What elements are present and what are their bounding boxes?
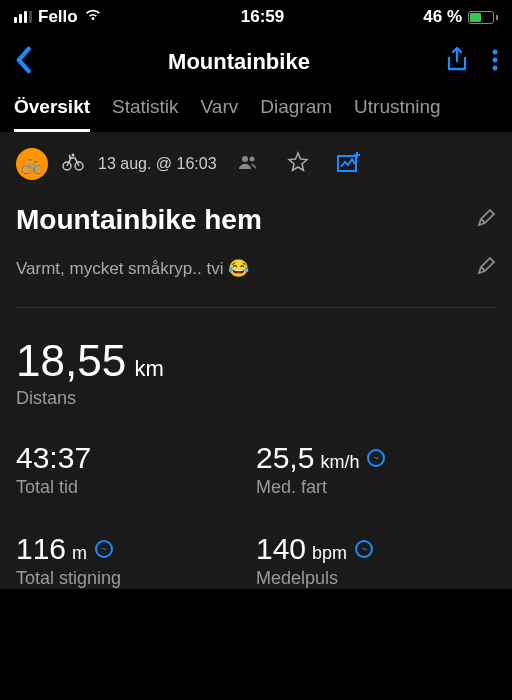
distance-stat: 18,55 km Distans — [16, 336, 496, 409]
activity-datetime: 13 aug. @ 16:03 — [98, 155, 217, 173]
avg-hr-unit: bpm — [312, 543, 347, 564]
avg-hr-stat: 140 bpm ~ Medelpuls — [256, 532, 496, 589]
elevation-value: 116 — [16, 532, 66, 566]
info-icon[interactable]: ~ — [95, 540, 113, 558]
tab-diagram[interactable]: Diagram — [260, 96, 332, 132]
avg-speed-label: Med. fart — [256, 477, 496, 498]
content: 🚲 13 aug. @ 16:03 Mountainbike hem Varmt… — [0, 132, 512, 589]
info-icon[interactable]: ~ — [355, 540, 373, 558]
tab-oversikt[interactable]: Översikt — [14, 96, 90, 132]
svg-point-0 — [493, 50, 498, 55]
mtb-icon — [62, 153, 84, 175]
distance-unit: km — [135, 356, 164, 381]
total-time-label: Total tid — [16, 477, 256, 498]
svg-point-2 — [493, 66, 498, 71]
more-button[interactable] — [492, 49, 498, 75]
sport-badge[interactable]: 🚲 — [16, 148, 48, 180]
distance-value: 18,55 — [16, 336, 126, 385]
info-icon[interactable]: ~ — [367, 449, 385, 467]
divider — [16, 307, 496, 308]
elevation-label: Total stigning — [16, 568, 256, 589]
svg-point-5 — [72, 154, 75, 157]
note-row: Varmt, mycket småkryp.. tvi 😂 — [16, 256, 496, 281]
svg-point-7 — [249, 157, 254, 162]
status-right: 46 % — [423, 7, 498, 27]
edit-title-button[interactable] — [476, 208, 496, 232]
tab-statistik[interactable]: Statistik — [112, 96, 179, 132]
tabs: Översikt Statistik Varv Diagram Utrustni… — [0, 96, 512, 132]
people-icon[interactable] — [237, 154, 259, 174]
add-photo-icon[interactable] — [337, 151, 361, 177]
page-title: Mountainbike — [168, 49, 310, 75]
distance-label: Distans — [16, 388, 496, 409]
star-icon[interactable] — [287, 151, 309, 177]
avg-speed-stat: 25,5 km/h ~ Med. fart — [256, 441, 496, 498]
avg-hr-label: Medelpuls — [256, 568, 496, 589]
title-row: Mountainbike hem — [16, 204, 496, 236]
share-button[interactable] — [446, 47, 468, 77]
status-time: 16:59 — [241, 7, 284, 27]
tab-varv[interactable]: Varv — [201, 96, 239, 132]
avg-hr-value: 140 — [256, 532, 306, 566]
status-left: Fello — [14, 7, 102, 27]
wifi-icon — [84, 7, 102, 27]
total-time-stat: 43:37 Total tid — [16, 441, 256, 498]
stat-grid: 43:37 Total tid 25,5 km/h ~ Med. fart 11… — [16, 441, 496, 589]
activity-note: Varmt, mycket småkryp.. tvi 😂 — [16, 258, 249, 279]
carrier-label: Fello — [38, 7, 78, 27]
battery-icon — [468, 11, 498, 24]
header: Mountainbike — [0, 34, 512, 90]
total-time-value: 43:37 — [16, 441, 91, 475]
battery-pct: 46 % — [423, 7, 462, 27]
svg-point-1 — [493, 58, 498, 63]
avg-speed-unit: km/h — [320, 452, 359, 473]
signal-icon — [14, 11, 32, 23]
status-bar: Fello 16:59 46 % — [0, 0, 512, 34]
svg-point-6 — [242, 156, 248, 162]
avg-speed-value: 25,5 — [256, 441, 314, 475]
elevation-stat: 116 m ~ Total stigning — [16, 532, 256, 589]
meta-row: 🚲 13 aug. @ 16:03 — [16, 146, 496, 182]
back-button[interactable] — [14, 46, 32, 78]
elevation-unit: m — [72, 543, 87, 564]
edit-note-button[interactable] — [476, 256, 496, 281]
activity-title: Mountainbike hem — [16, 204, 262, 236]
tab-utrustning[interactable]: Utrustning — [354, 96, 441, 132]
